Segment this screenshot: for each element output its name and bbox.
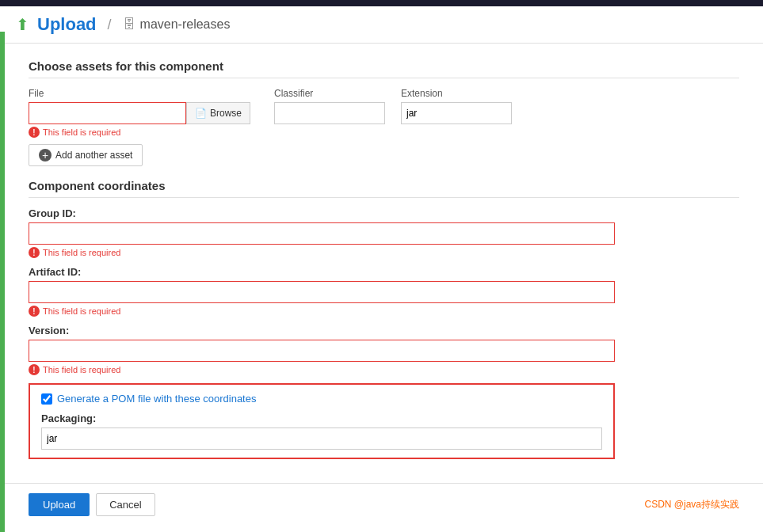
artifact-id-input[interactable]: [29, 281, 615, 303]
repo-name: 🗄 maven-releases: [123, 17, 231, 32]
bottom-bar: Upload Cancel CSDN @java持续实践: [0, 483, 763, 526]
page-title: Upload: [37, 14, 97, 35]
plus-icon: +: [39, 149, 52, 162]
add-asset-button[interactable]: + Add another asset: [29, 144, 143, 166]
artifact-id-label: Artifact ID:: [29, 266, 739, 278]
version-error-icon: !: [29, 364, 40, 375]
pom-label: Generate a POM file with these coordinat…: [57, 393, 256, 405]
top-bar: [0, 0, 763, 6]
file-error-msg: ! This field is required: [29, 127, 250, 138]
assets-section-title: Choose assets for this component: [29, 59, 739, 78]
extension-label: Extension: [401, 88, 512, 99]
upload-icon: ⬆: [16, 15, 29, 34]
group-id-input[interactable]: [29, 222, 615, 245]
extension-column: Extension: [401, 88, 512, 124]
group-id-error-icon: !: [29, 247, 40, 258]
classifier-input[interactable]: [274, 102, 385, 124]
group-id-error-msg: ! This field is required: [29, 247, 739, 258]
file-error-text: This field is required: [43, 127, 120, 137]
watermark: CSDN @java持续实践: [644, 498, 739, 511]
group-id-group: Group ID: ! This field is required: [29, 207, 739, 258]
artifact-id-error-msg: ! This field is required: [29, 306, 739, 317]
version-group: Version: ! This field is required: [29, 325, 739, 375]
pom-section: Generate a POM file with these coordinat…: [29, 383, 615, 459]
extension-input[interactable]: [401, 102, 512, 124]
file-icon: 📄: [195, 108, 207, 119]
file-input[interactable]: [29, 102, 186, 124]
upload-button[interactable]: Upload: [29, 493, 90, 516]
main-content: Choose assets for this component File 📄 …: [0, 44, 763, 475]
header: ⬆ Upload / 🗄 maven-releases: [0, 6, 763, 44]
version-error-msg: ! This field is required: [29, 364, 739, 375]
group-id-error-text: This field is required: [43, 248, 120, 257]
browse-button[interactable]: 📄 Browse: [186, 102, 250, 124]
classifier-label: Classifier: [274, 88, 385, 99]
pom-checkbox-row: Generate a POM file with these coordinat…: [41, 393, 602, 405]
artifact-id-error-icon: !: [29, 306, 40, 317]
classifier-column: Classifier: [274, 88, 385, 124]
db-icon: 🗄: [123, 17, 135, 32]
packaging-input[interactable]: [41, 428, 602, 450]
pom-checkbox[interactable]: [41, 393, 52, 405]
action-buttons: Upload Cancel: [29, 493, 155, 516]
packaging-label: Packaging:: [41, 412, 602, 424]
coords-section: Component coordinates Group ID: ! This f…: [29, 179, 739, 459]
file-column: File 📄 Browse ! This field is required: [29, 88, 250, 138]
assets-section: Choose assets for this component File 📄 …: [29, 59, 739, 166]
version-input[interactable]: [29, 340, 615, 362]
version-error-text: This field is required: [43, 365, 120, 374]
cancel-button[interactable]: Cancel: [96, 493, 155, 516]
page-wrapper: ⬆ Upload / 🗄 maven-releases Choose asset…: [0, 0, 763, 532]
artifact-id-group: Artifact ID: ! This field is required: [29, 266, 739, 317]
add-asset-label: Add another asset: [55, 150, 132, 161]
browse-label: Browse: [210, 108, 242, 119]
repo-label: maven-releases: [140, 17, 231, 32]
group-id-label: Group ID:: [29, 207, 739, 219]
artifact-id-error-text: This field is required: [43, 306, 120, 316]
breadcrumb-separator: /: [108, 17, 112, 33]
file-label: File: [29, 88, 250, 99]
coords-section-title: Component coordinates: [29, 179, 739, 198]
file-input-group: 📄 Browse: [29, 102, 250, 124]
file-error-icon: !: [29, 127, 40, 138]
left-bar: [0, 32, 5, 532]
version-label: Version:: [29, 325, 739, 336]
